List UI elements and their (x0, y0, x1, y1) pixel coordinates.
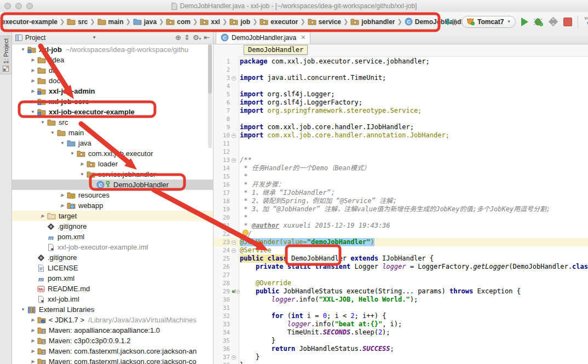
chevron-collapsed-icon[interactable]: ▶ (28, 68, 37, 73)
chevron-collapsed-icon[interactable]: ▶ (38, 213, 47, 218)
chevron-expanded-icon[interactable]: ▼ (38, 120, 47, 125)
breadcrumb-item[interactable]: jobhandler (350, 18, 395, 26)
breadcrumb-item[interactable]: main (97, 18, 124, 26)
tab-demojobhandler[interactable]: C DemoJobHandler.java ✕ (216, 31, 310, 44)
close-window-icon[interactable] (4, 3, 11, 9)
tree-item[interactable]: mpom.xml (12, 273, 213, 284)
chevron-collapsed-icon[interactable]: ▶ (28, 99, 37, 104)
tree-item[interactable]: ▼main (12, 128, 213, 138)
code-line: 31 (214, 304, 588, 312)
fold-marker[interactable] (232, 240, 236, 245)
navigate-down-icon[interactable] (445, 18, 456, 26)
vcs-update-button[interactable]: VCS ▼ (584, 16, 588, 27)
tree-item[interactable]: ▶doc (12, 76, 213, 86)
override-method-icon[interactable] (232, 288, 236, 295)
breadcrumb-item[interactable]: xxl (200, 18, 220, 26)
fold-marker[interactable] (232, 355, 236, 360)
tree-item[interactable]: ▶loader (12, 159, 213, 169)
tree-item[interactable]: ▶Maven: com.fasterxml.jackson.core:jacks… (12, 356, 213, 364)
tree-item[interactable]: ▼com.xxl.job.executor (12, 148, 213, 159)
tree-item[interactable]: ▶xxl-job-core (12, 96, 213, 107)
settings-icon[interactable]: ⚙▾ (193, 33, 201, 42)
traffic-lights[interactable] (4, 3, 33, 9)
breadcrumb-item[interactable]: service (308, 18, 341, 26)
tree-item[interactable]: .gitignore (12, 221, 213, 232)
fold-marker[interactable] (232, 158, 236, 163)
tree-item[interactable]: ▶Maven: com.fasterxml.jackson.core:jacks… (12, 346, 213, 356)
tree-item[interactable]: ▶Maven: c3p0:c3p0:0.9.1.2 (12, 336, 213, 346)
chevron-expanded-icon[interactable]: ▼ (58, 141, 67, 146)
chevron-expanded-icon[interactable]: ▼ (19, 307, 27, 312)
code-line: 6import org.slf4j.LoggerFactory; (214, 99, 588, 107)
chevron-collapsed-icon[interactable]: ▶ (28, 89, 37, 94)
breadcrumb-item[interactable]: executor-example (2, 18, 57, 26)
minimize-window-icon[interactable] (15, 3, 22, 9)
breadcrumb-item[interactable]: com (166, 18, 191, 26)
chevron-collapsed-icon[interactable]: ▶ (28, 57, 37, 62)
chevron-collapsed-icon[interactable]: ▶ (28, 328, 37, 333)
chevron-collapsed-icon[interactable]: ▶ (28, 349, 37, 354)
chevron-collapsed-icon[interactable]: ▶ (78, 161, 87, 166)
breadcrumb-item[interactable]: java (133, 18, 157, 26)
chevron-expanded-icon[interactable]: ▼ (19, 47, 27, 52)
tree-item[interactable]: ▼service.jobhandler (12, 169, 213, 180)
project-tool-window-tab[interactable]: 1: Project (0, 36, 12, 74)
chevron-collapsed-icon[interactable]: ▶ (28, 78, 37, 83)
chevron-expanded-icon[interactable]: ▼ (68, 151, 77, 156)
tree-item[interactable]: ▶target (12, 211, 213, 221)
collapse-all-icon[interactable]: ⇕ (184, 33, 190, 42)
tree-item[interactable]: ▶resources (12, 190, 213, 200)
tree-item[interactable]: ▶.idea (12, 55, 213, 65)
chevron-collapsed-icon[interactable]: ▶ (28, 359, 37, 364)
code-line: 37 } (214, 353, 588, 361)
tree-item[interactable]: MREADME.md (12, 284, 213, 294)
tree-item[interactable]: ▶webapp (12, 200, 213, 211)
fold-marker[interactable] (232, 134, 236, 138)
hide-panel-icon[interactable]: ⇤ (204, 33, 210, 42)
tree-item[interactable]: CDemoJobHandler (12, 180, 213, 190)
fold-marker[interactable] (232, 76, 236, 80)
debug-button[interactable] (534, 18, 543, 26)
tree-item[interactable]: LICENSE (12, 263, 213, 273)
tree-item[interactable]: ▶< JDK1.7 >/Library/Java/JavaVirtualMach… (12, 315, 213, 325)
class-icon: C (221, 33, 229, 42)
tree-item[interactable]: ▼src (12, 117, 213, 128)
fold-marker[interactable] (232, 249, 236, 253)
chevron-expanded-icon[interactable]: ▼ (48, 130, 57, 135)
stop-button[interactable] (563, 18, 572, 26)
intention-bulb-icon[interactable] (242, 229, 249, 238)
chevron-expanded-icon[interactable]: ▼ (28, 109, 37, 114)
close-tab-icon[interactable]: ✕ (301, 34, 305, 41)
chevron-collapsed-icon[interactable]: ▶ (28, 338, 37, 343)
tree-item[interactable]: xxl-job.iml (12, 294, 213, 304)
breadcrumb-item[interactable]: job (229, 18, 250, 26)
run-configuration-select[interactable]: Tomcat7 ▼ (462, 16, 516, 28)
tree-item[interactable]: ▼xxl-job~/workspaces/idea-git-workspace/… (12, 44, 213, 55)
project-scrollbar[interactable] (208, 44, 212, 148)
chevron-collapsed-icon[interactable]: ▶ (58, 193, 67, 198)
locate-icon[interactable]: ⊕ (175, 33, 181, 42)
tree-item[interactable]: .gitignore (12, 252, 213, 263)
tree-item[interactable]: ▼xxl-job-executor-example (12, 107, 213, 117)
breadcrumb-item[interactable]: src (67, 18, 88, 26)
run-button[interactable] (521, 18, 528, 26)
chevron-collapsed-icon[interactable]: ▶ (28, 317, 37, 322)
tree-item[interactable]: ▼External Libraries (12, 304, 213, 315)
code-line: 12 (214, 148, 588, 156)
coverage-button[interactable] (549, 17, 558, 26)
context-info-popup: DemoJobHandler (244, 45, 308, 55)
tree-item[interactable]: ▶Maven: aopalliance:aopalliance:1.0 (12, 325, 213, 336)
fold-marker[interactable] (237, 290, 240, 294)
tree-item[interactable]: xxl-job-executor-example.iml (12, 242, 213, 252)
tree-item[interactable]: ▼java (12, 138, 213, 148)
breadcrumb-item[interactable]: executor (260, 18, 298, 26)
tree-item[interactable]: ▶db (12, 65, 213, 76)
chevron-collapsed-icon[interactable]: ▶ (58, 203, 67, 208)
code-editor[interactable]: 1package com.xxl.job.executor.service.jo… (214, 44, 588, 364)
line-number: 30 (214, 296, 232, 304)
tree-item[interactable]: ▶xxl-job-admin (12, 86, 213, 96)
zoom-window-icon[interactable] (26, 3, 33, 9)
chevron-down-icon[interactable]: ▼ (92, 35, 96, 40)
chevron-expanded-icon[interactable]: ▼ (78, 172, 87, 177)
tree-item[interactable]: mpom.xml (12, 232, 213, 242)
